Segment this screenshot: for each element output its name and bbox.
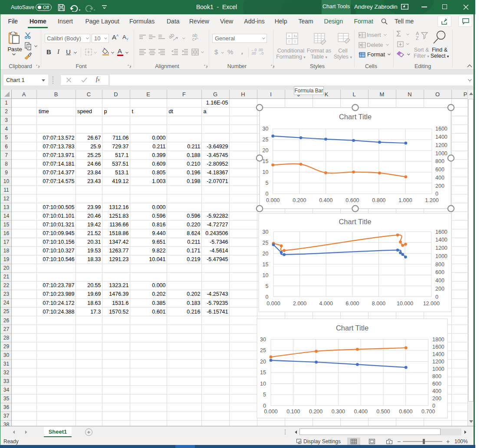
svg-text:5: 5	[266, 180, 269, 186]
svg-text:0.300: 0.300	[332, 409, 345, 415]
svg-text:Chart Title: Chart Title	[336, 324, 368, 332]
svg-text:0.200: 0.200	[309, 409, 322, 415]
svg-text:1136.66: 1136.66	[109, 222, 128, 228]
svg-text:30: 30	[263, 126, 269, 132]
svg-text:07:10:23.989: 07:10:23.989	[43, 291, 75, 297]
svg-text:0.805: 0.805	[152, 170, 165, 176]
svg-text:800: 800	[435, 158, 444, 164]
svg-text:24.66: 24.66	[87, 161, 101, 167]
svg-text:1200: 1200	[435, 245, 447, 251]
svg-text:0.211: 0.211	[187, 144, 200, 150]
svg-text:L: L	[352, 91, 355, 98]
svg-text:Chart Title: Chart Title	[339, 113, 372, 121]
svg-text:F: F	[182, 91, 186, 98]
svg-text:20: 20	[263, 147, 269, 154]
svg-text:1600: 1600	[435, 229, 447, 235]
svg-text:5: 5	[263, 392, 266, 398]
svg-text:26: 26	[3, 317, 10, 324]
svg-text:10: 10	[3, 178, 10, 184]
svg-text:0.211: 0.211	[187, 239, 200, 245]
svg-text:time: time	[39, 108, 49, 114]
svg-text:-3.45745: -3.45745	[207, 152, 228, 158]
svg-text:07:10:10.546: 07:10:10.546	[43, 256, 75, 262]
svg-text:4.000: 4.000	[319, 301, 333, 307]
svg-text:0.171: 0.171	[187, 248, 200, 254]
svg-text:-5.92282: -5.92282	[207, 213, 228, 219]
svg-text:729.37: 729.37	[112, 144, 128, 150]
svg-text:31: 31	[3, 361, 10, 367]
svg-text:36: 36	[3, 404, 10, 410]
svg-text:1291.23: 1291.23	[109, 256, 128, 262]
svg-text:10: 10	[263, 272, 269, 278]
svg-text:1531.6: 1531.6	[112, 300, 128, 306]
svg-text:1200: 1200	[435, 142, 447, 148]
svg-text:0: 0	[266, 294, 269, 300]
svg-text:0.700: 0.700	[421, 409, 435, 415]
svg-text:537.51: 537.51	[112, 161, 128, 167]
svg-text:17.3: 17.3	[90, 309, 101, 315]
svg-text:10: 10	[260, 381, 266, 387]
svg-text:25.25: 25.25	[87, 152, 101, 158]
svg-text:-4.5614: -4.5614	[210, 248, 228, 254]
svg-text:1: 1	[5, 100, 8, 106]
svg-text:07:07:14.181: 07:07:14.181	[43, 161, 75, 167]
svg-text:20: 20	[3, 265, 10, 271]
svg-text:-4.25743: -4.25743	[207, 291, 228, 297]
svg-text:speed: speed	[77, 108, 92, 114]
svg-text:32: 32	[3, 370, 10, 376]
svg-text:9.651: 9.651	[152, 239, 165, 245]
svg-text:0.000: 0.000	[152, 135, 165, 141]
svg-text:26.67: 26.67	[87, 135, 101, 141]
svg-text:17: 17	[3, 239, 10, 245]
svg-text:P: P	[464, 91, 467, 98]
svg-text:18.63: 18.63	[87, 300, 101, 306]
svg-text:0.601: 0.601	[152, 309, 165, 315]
svg-text:2.000: 2.000	[293, 301, 306, 307]
svg-text:0.400: 0.400	[319, 197, 332, 203]
svg-text:11: 11	[3, 187, 9, 193]
svg-text:0.596: 0.596	[187, 213, 200, 219]
svg-text:25: 25	[263, 240, 269, 246]
svg-text:0.196: 0.196	[187, 170, 200, 176]
svg-text:07:10:10.156: 07:10:10.156	[43, 239, 75, 245]
svg-text:24: 24	[3, 300, 10, 306]
svg-text:1400: 1400	[435, 237, 447, 243]
svg-text:1200: 1200	[432, 359, 444, 365]
svg-text:2: 2	[5, 108, 8, 114]
svg-text:O: O	[435, 91, 440, 98]
svg-text:21.52: 21.52	[87, 230, 101, 236]
svg-text:1600: 1600	[432, 344, 444, 350]
svg-text:5: 5	[266, 283, 269, 289]
svg-text:0.100: 0.100	[286, 409, 300, 415]
svg-text:1800: 1800	[432, 337, 444, 343]
svg-text:3: 3	[5, 117, 8, 123]
svg-text:0.211: 0.211	[152, 144, 165, 150]
svg-text:-4.72727: -4.72727	[207, 222, 228, 228]
svg-text:07:10:24.388: 07:10:24.388	[43, 309, 75, 315]
svg-text:0.188: 0.188	[187, 152, 200, 158]
svg-text:07:10:23.787: 07:10:23.787	[43, 282, 75, 288]
svg-text:9.822: 9.822	[152, 248, 165, 254]
svg-text:0.200: 0.200	[293, 197, 306, 203]
svg-text:M: M	[380, 91, 385, 98]
svg-text:I: I	[270, 91, 272, 98]
svg-text:0.600: 0.600	[345, 197, 359, 203]
svg-text:20.55: 20.55	[87, 282, 101, 288]
svg-text:p: p	[104, 108, 107, 114]
svg-text:25: 25	[263, 137, 269, 143]
svg-text:600: 600	[435, 269, 444, 275]
svg-text:200: 200	[432, 396, 441, 402]
svg-text:0.600: 0.600	[399, 409, 412, 415]
svg-text:0.202: 0.202	[152, 291, 165, 297]
svg-text:1000: 1000	[435, 150, 447, 157]
svg-text:0.596: 0.596	[152, 213, 165, 219]
svg-text:0.000: 0.000	[266, 197, 280, 203]
svg-text:18: 18	[3, 248, 10, 254]
svg-text:07:10:24.172: 07:10:24.172	[43, 300, 75, 306]
svg-text:600: 600	[435, 167, 444, 173]
svg-text:23.43: 23.43	[87, 178, 101, 184]
svg-text:33: 33	[3, 378, 10, 384]
svg-text:20: 20	[263, 251, 269, 257]
svg-text:0.216: 0.216	[187, 309, 200, 315]
svg-text:1.200: 1.200	[425, 197, 438, 203]
